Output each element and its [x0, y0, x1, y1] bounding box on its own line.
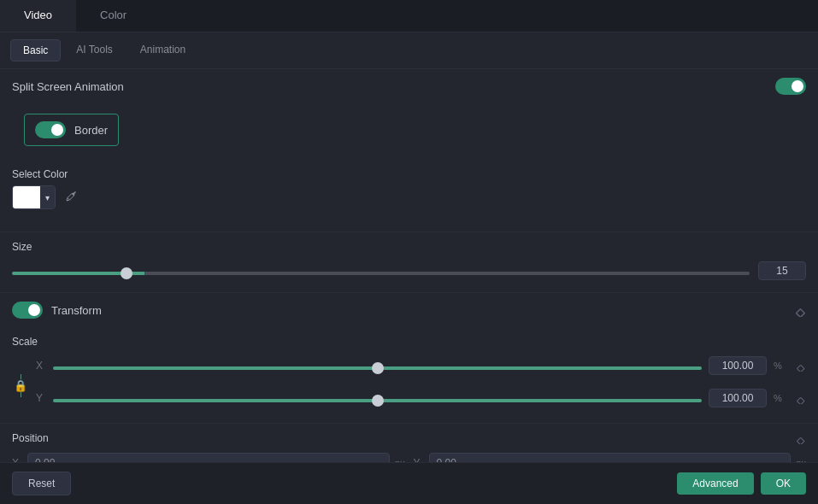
sub-tab-basic[interactable]: Basic: [10, 39, 61, 62]
lock-line-bottom: [21, 392, 21, 397]
sub-tabs-bar: Basic AI Tools Animation: [0, 32, 818, 69]
scale-x-label: X: [36, 360, 46, 372]
scale-x-diamond-icon: [794, 360, 806, 372]
top-tabs-bar: Video Color: [0, 0, 818, 32]
size-slider-wrapper: [12, 265, 750, 278]
tab-video[interactable]: Video: [0, 0, 76, 32]
scale-y-label: Y: [36, 392, 46, 404]
position-label: Position: [12, 432, 49, 444]
color-swatch-button[interactable]: ▾: [12, 185, 56, 209]
scale-label: Scale: [12, 336, 806, 348]
size-slider[interactable]: [12, 272, 750, 275]
svg-rect-4: [797, 437, 803, 444]
size-label: Size: [12, 241, 806, 253]
transform-diamond-icon: [792, 303, 806, 317]
lock-icon: 🔒: [12, 374, 29, 397]
scale-x-row: X 100.00 %: [36, 356, 806, 375]
advanced-button[interactable]: Advanced: [677, 472, 753, 495]
size-slider-row: 15: [12, 261, 806, 280]
split-screen-header: Split Screen Animation: [0, 69, 818, 103]
color-swatch-white: [13, 186, 40, 208]
eyedropper-button[interactable]: [61, 188, 81, 208]
select-color-section: Select Color ▾: [0, 160, 818, 231]
sub-tab-aitools[interactable]: AI Tools: [64, 39, 124, 62]
transform-toggle[interactable]: [12, 302, 43, 319]
color-dropdown-arrow[interactable]: ▾: [40, 186, 55, 208]
reset-button[interactable]: Reset: [12, 472, 71, 495]
scale-y-row: Y 100.00 %: [36, 389, 806, 407]
transform-label: Transform: [51, 304, 102, 317]
border-label: Border: [74, 124, 108, 137]
split-screen-toggle[interactable]: [775, 78, 806, 95]
svg-rect-3: [797, 397, 803, 404]
sub-tab-animation[interactable]: Animation: [128, 39, 197, 62]
scale-y-slider[interactable]: [53, 399, 702, 402]
lock-body: 🔒: [14, 379, 27, 392]
eyedropper-icon: [64, 190, 78, 203]
position-diamond-icon: [794, 432, 806, 444]
size-value-input[interactable]: 15: [758, 261, 806, 280]
scale-y-diamond-icon: [794, 392, 806, 404]
border-toggle[interactable]: [35, 121, 66, 138]
svg-rect-2: [797, 365, 803, 372]
bottom-right-buttons: Advanced OK: [677, 472, 806, 495]
scale-x-input[interactable]: 100.00: [709, 356, 767, 375]
split-screen-label: Split Screen Animation: [12, 80, 124, 93]
scale-x-unit: %: [774, 360, 787, 371]
svg-rect-1: [796, 309, 804, 317]
svg-line-0: [68, 197, 70, 200]
tab-color[interactable]: Color: [76, 0, 150, 32]
select-color-label: Select Color: [12, 168, 806, 180]
ok-button[interactable]: OK: [761, 472, 806, 495]
transform-header: Transform: [0, 293, 818, 327]
bottom-bar: Reset Advanced OK: [0, 462, 818, 504]
scale-section: Scale 🔒 X 100.00 % Y: [0, 327, 818, 423]
position-header-row: Position: [12, 432, 806, 444]
scale-y-unit: %: [774, 393, 787, 403]
border-panel: Border: [24, 114, 119, 146]
color-picker-row: ▾: [12, 185, 806, 209]
transform-left: Transform: [12, 302, 102, 319]
scale-x-slider[interactable]: [53, 366, 702, 370]
scale-y-input[interactable]: 100.00: [709, 389, 767, 407]
size-section: Size 15: [0, 231, 818, 292]
